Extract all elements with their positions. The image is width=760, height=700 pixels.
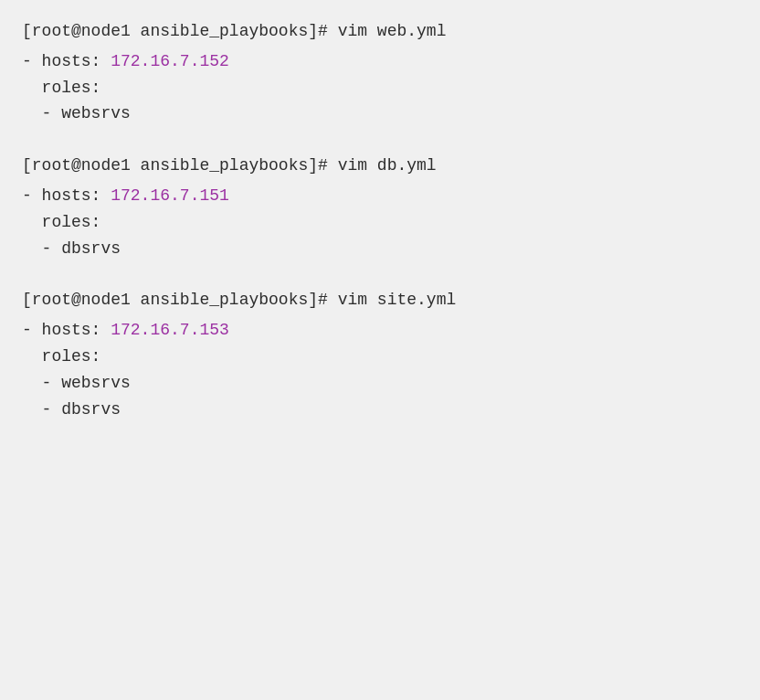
terminal-output: [root@node1 ansible_playbooks]# vim web.… [22,18,738,422]
prompt-line: [root@node1 ansible_playbooks]# vim web.… [22,18,738,45]
code-line: roles: [22,75,738,101]
terminal-block-db-yml: [root@node1 ansible_playbooks]# vim db.y… [22,153,738,261]
code-block: - hosts: 172.16.7.153 roles: - websrvs -… [22,317,738,422]
prompt-line: [root@node1 ansible_playbooks]# vim db.y… [22,153,738,179]
terminal-block-site-yml: [root@node1 ansible_playbooks]# vim site… [22,287,738,422]
code-line: - hosts: 172.16.7.152 [22,48,738,75]
code-block: - hosts: 172.16.7.151 roles: - dbsrvs [22,183,738,261]
code-line: - dbsrvs [22,236,738,262]
hosts-label: - hosts: [22,52,111,70]
ip-address: 172.16.7.151 [111,186,229,205]
terminal-block-web-yml: [root@node1 ansible_playbooks]# vim web.… [22,18,738,127]
code-line: roles: [22,344,738,370]
ip-address: 172.16.7.153 [111,321,229,339]
code-line: roles: [22,209,738,236]
code-line: - hosts: 172.16.7.151 [22,183,738,209]
code-line: - websrvs [22,101,738,127]
prompt-line: [root@node1 ansible_playbooks]# vim site… [22,287,738,313]
ip-address: 172.16.7.152 [111,52,229,70]
code-line: - websrvs [22,370,738,397]
code-line: - dbsrvs [22,397,738,423]
code-block: - hosts: 172.16.7.152 roles: - websrvs [22,48,738,127]
hosts-label: - hosts: [22,321,111,339]
hosts-label: - hosts: [22,186,111,205]
code-line: - hosts: 172.16.7.153 [22,317,738,344]
